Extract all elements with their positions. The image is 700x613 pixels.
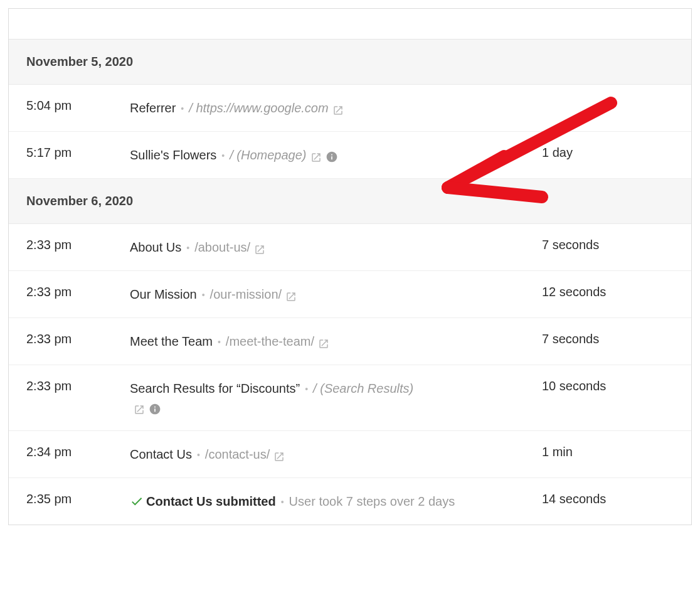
journey-row: 2:33 pmOur Mission•/our-mission/12 secon… xyxy=(9,271,691,318)
external-link-icon[interactable] xyxy=(310,149,322,161)
journey-row: 5:17 pmSullie's Flowers•/ (Homepage)1 da… xyxy=(9,132,691,179)
external-link-icon[interactable] xyxy=(254,242,265,253)
journey-time: 2:33 pm xyxy=(26,379,130,393)
external-link-icon[interactable] xyxy=(332,102,344,114)
journey-duration: 1 day xyxy=(542,146,674,160)
panel-title xyxy=(9,9,691,40)
journey-path: /meet-the-team/ xyxy=(226,334,314,348)
journey-title: Search Results for “Discounts” xyxy=(130,381,300,395)
journey-time: 5:17 pm xyxy=(26,146,130,160)
journey-time: 5:04 pm xyxy=(26,99,130,113)
separator-dot: • xyxy=(218,337,221,347)
journey-time: 2:33 pm xyxy=(26,285,130,299)
journey-main: Referrer•/ https://www.google.com xyxy=(130,99,542,117)
journey-path: /about-us/ xyxy=(194,240,250,254)
journey-title: About Us xyxy=(130,240,181,254)
journey-main: Sullie's Flowers•/ (Homepage) xyxy=(130,146,542,164)
journey-path: /contact-us/ xyxy=(205,447,270,461)
journey-path: /our-mission/ xyxy=(210,287,282,301)
separator-dot: • xyxy=(186,243,189,253)
journey-title: Meet the Team xyxy=(130,334,213,348)
info-icon[interactable] xyxy=(326,149,338,162)
separator-dot: • xyxy=(305,384,308,394)
separator-dot: • xyxy=(281,497,284,507)
journey-duration: 12 seconds xyxy=(542,285,674,299)
journey-path: (Search Results) xyxy=(320,381,413,395)
separator-dot: • xyxy=(221,151,225,161)
journey-path-prefix: / xyxy=(189,101,196,115)
journey-title: Contact Us submitted xyxy=(146,494,276,508)
journey-row: 2:34 pmContact Us•/contact-us/1 min xyxy=(9,431,691,478)
journey-title: Our Mission xyxy=(130,287,197,301)
journey-main: Meet the Team•/meet-the-team/ xyxy=(130,332,542,351)
journey-main: About Us•/about-us/ xyxy=(130,238,542,257)
separator-dot: • xyxy=(202,290,205,300)
journey-time: 2:35 pm xyxy=(26,492,130,506)
journey-row: 2:35 pmContact Us submitted•User took 7 … xyxy=(9,478,691,525)
journey-row: 2:33 pmAbout Us•/about-us/7 seconds xyxy=(9,224,691,271)
journey-path-prefix: / xyxy=(230,148,236,162)
journey-time: 2:34 pm xyxy=(26,445,130,459)
journey-time: 2:33 pm xyxy=(26,332,130,346)
date-header: November 6, 2020 xyxy=(9,179,691,224)
journey-row: 2:33 pmMeet the Team•/meet-the-team/7 se… xyxy=(9,318,691,365)
separator-dot: • xyxy=(181,104,184,114)
journey-path: (Homepage) xyxy=(236,148,306,162)
journey-duration: 7 seconds xyxy=(542,332,674,346)
user-journey-panel: November 5, 20205:04 pmReferrer•/ https:… xyxy=(8,8,692,525)
separator-dot: • xyxy=(197,450,200,460)
external-link-icon[interactable] xyxy=(318,336,329,347)
journey-main: Contact Us•/contact-us/ xyxy=(130,445,542,464)
info-icon[interactable] xyxy=(149,402,161,414)
journey-title: Contact Us xyxy=(130,447,192,461)
journey-body: November 5, 20205:04 pmReferrer•/ https:… xyxy=(9,40,691,525)
external-link-icon[interactable] xyxy=(134,402,145,413)
journey-duration: 7 seconds xyxy=(542,238,674,252)
journey-main: Search Results for “Discounts”•/ (Search… xyxy=(130,379,542,417)
date-header: November 5, 2020 xyxy=(9,40,691,85)
journey-title: Sullie's Flowers xyxy=(130,148,216,162)
journey-path-prefix: / xyxy=(313,381,320,395)
journey-duration: 1 min xyxy=(542,445,674,459)
journey-duration: 10 seconds xyxy=(542,379,674,393)
journey-main: Contact Us submitted•User took 7 steps o… xyxy=(130,492,542,511)
journey-main: Our Mission•/our-mission/ xyxy=(130,285,542,304)
journey-path: https://www.google.com xyxy=(196,101,328,115)
journey-title: Referrer xyxy=(130,101,176,115)
external-link-icon[interactable] xyxy=(273,449,285,460)
journey-duration: 14 seconds xyxy=(542,492,674,506)
external-link-icon[interactable] xyxy=(285,289,297,300)
check-icon xyxy=(130,494,144,508)
journey-row: 5:04 pmReferrer•/ https://www.google.com xyxy=(9,85,691,132)
journey-time: 2:33 pm xyxy=(26,238,130,252)
journey-meta: User took 7 steps over 2 days xyxy=(289,494,455,508)
journey-row: 2:33 pmSearch Results for “Discounts”•/ … xyxy=(9,365,691,431)
